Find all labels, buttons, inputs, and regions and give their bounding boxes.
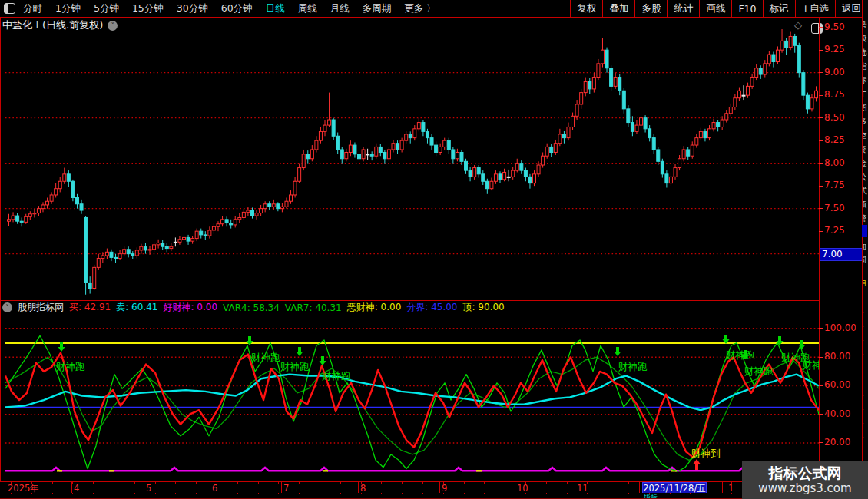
sell-signal-label: 财神跑 <box>251 352 280 363</box>
toolbar-button[interactable]: 叠加 <box>602 0 634 17</box>
sub-tick <box>422 493 423 494</box>
period-menu-item[interactable]: 月线 <box>330 2 350 15</box>
sub-tick <box>608 493 608 494</box>
price-axis-label: 9.25 <box>824 44 864 55</box>
date-tick <box>567 482 568 484</box>
sidebar-text-fragment: 图 <box>862 103 868 117</box>
toolbar-button[interactable]: 复权 <box>570 0 602 17</box>
sub-tick <box>11 493 12 494</box>
sub-tick <box>278 493 279 494</box>
layout-toggle-button[interactable] <box>0 0 18 18</box>
month-separator <box>439 482 440 493</box>
date-tick <box>711 482 711 484</box>
sub-tick <box>567 493 568 494</box>
indicator-field: 买: 42.91 <box>69 301 111 314</box>
toolbar-button[interactable]: 统计 <box>667 0 699 17</box>
toolbar-button[interactable]: 多股 <box>634 0 667 17</box>
sub-tick <box>464 493 465 494</box>
sidebar-text-fragment: 势 <box>862 20 868 34</box>
indicator-pane[interactable]: 财神跑财神跑财神跑财神跑财神跑财神跑财神跑财神跑财神跑财神到 <box>5 315 819 480</box>
sub-tick <box>443 493 444 494</box>
month-separator <box>722 482 723 493</box>
buy-signal-arrow <box>694 459 701 470</box>
sub-tick <box>31 493 32 494</box>
sell-signal-label: 财神跑 <box>744 365 774 377</box>
indicator-header: ˅ 股朋指标网 买: 42.91卖: 60.41好财神: 0.00VAR4: 5… <box>2 302 505 313</box>
indicator-field: VAR7: 40.31 <box>285 302 342 313</box>
sidebar-text-fragment: 式 <box>862 186 868 200</box>
period-menu-item[interactable]: 周线 <box>298 2 317 15</box>
period-menu-item[interactable]: 更多 〉 <box>404 2 436 15</box>
clipped-pane-fragment: 指标 <box>644 493 664 498</box>
sidebar-text-fragment: 周 <box>862 255 868 269</box>
sidebar-text-fragment: 指 <box>862 61 868 75</box>
sidebar-list-fragment: 1 <box>862 388 868 402</box>
main-candlestick-chart[interactable] <box>5 23 819 299</box>
sub-tick <box>114 493 114 494</box>
sub-tick <box>484 493 485 494</box>
sub-tick <box>402 493 403 494</box>
sub-tick <box>546 493 547 494</box>
sidebar-list-fragment: 1 <box>862 361 868 375</box>
axis-tick <box>819 117 823 118</box>
sub-tick <box>628 493 629 494</box>
sub-tick <box>361 493 362 494</box>
sidebar-list-fragment: 1 <box>862 306 868 319</box>
price-axis-label: 7.25 <box>824 225 864 236</box>
indicator-axis-label: 20.00 <box>824 437 864 448</box>
sell-signal-arrow <box>297 347 303 356</box>
price-axis-label: 9.00 <box>824 67 864 78</box>
period-menu-item[interactable]: 60分钟 <box>221 2 253 15</box>
period-menu-item[interactable]: 30分钟 <box>177 2 208 15</box>
series-卖 <box>5 375 819 411</box>
right-sidebar-clipped[interactable]: 势股选指标主图多空资金公式预警版面周自11111111111 <box>862 0 868 499</box>
sell-signal-label: 财神跑 <box>618 361 648 372</box>
month-separator <box>71 482 72 493</box>
toolbar-button[interactable]: F10 <box>731 0 762 17</box>
date-tick <box>320 482 320 484</box>
toolbar-divider <box>0 17 868 18</box>
axis-tick <box>819 163 823 164</box>
date-axis[interactable]: 2025年456789101112025/11/28/五 <box>0 481 820 494</box>
last-price-box: 7.00 <box>820 248 865 261</box>
axis-tick <box>819 186 823 187</box>
month-separator <box>144 482 144 493</box>
sidebar-text-fragment: 预 <box>862 200 868 213</box>
period-menu-item[interactable]: 15分钟 <box>132 2 164 15</box>
period-menu-item[interactable]: 多周期 <box>363 2 392 15</box>
price-axis-label: 8.25 <box>824 134 864 145</box>
date-axis-label: 5 <box>146 483 151 494</box>
indicator-axis-label: 80.00 <box>824 351 864 362</box>
axis-tick <box>819 27 823 28</box>
date-tick <box>608 482 608 484</box>
collapse-icon[interactable]: ˅ <box>2 302 12 312</box>
sidebar-text-fragment: 股 <box>862 34 868 48</box>
date-tick <box>93 482 94 484</box>
sidebar-text-fragment: 面 <box>862 241 868 255</box>
month-separator <box>639 482 640 493</box>
sub-tick <box>587 493 588 494</box>
period-menu-item[interactable]: 1分钟 <box>55 2 81 15</box>
period-toolbar: 分时1分钟5分钟15分钟30分钟60分钟日线周线月线多周期更多 〉 复权叠加多股… <box>0 0 868 17</box>
sub-tick <box>299 493 300 494</box>
period-menu-item[interactable]: 日线 <box>266 2 285 15</box>
buy-signal-label: 财神到 <box>691 448 721 459</box>
sidebar-list-fragment: 1 <box>862 375 868 388</box>
period-menu-item[interactable]: 5分钟 <box>94 2 119 15</box>
axis-tick <box>819 95 823 96</box>
sidebar-text-fragment: 空 <box>862 131 868 144</box>
sub-tick <box>196 493 197 494</box>
toolbar-button[interactable]: +自选 <box>795 0 835 17</box>
indicator-field: 卖: 60.41 <box>116 301 157 314</box>
period-menu-item[interactable]: 分时 <box>23 2 42 15</box>
toolbar-button[interactable]: 标记 <box>763 0 795 17</box>
sell-signal-label: 财神跑 <box>280 361 310 372</box>
indicator-axis-label: 60.00 <box>824 379 864 390</box>
date-tick <box>464 482 465 484</box>
date-axis-label: 4 <box>74 483 79 494</box>
sub-tick <box>237 493 238 494</box>
toolbar-button[interactable]: 画线 <box>699 0 731 17</box>
date-tick <box>628 482 629 484</box>
date-axis-label: 9 <box>442 483 447 494</box>
sub-tick <box>505 493 505 494</box>
